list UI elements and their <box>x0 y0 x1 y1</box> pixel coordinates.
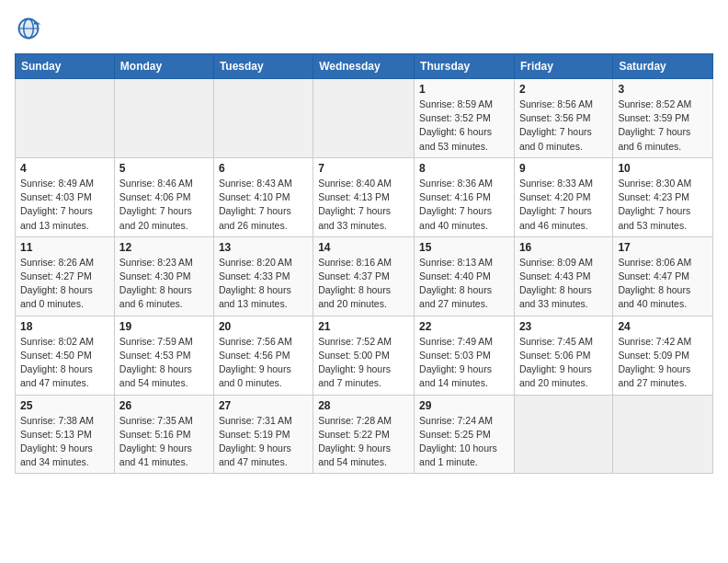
day-number: 28 <box>318 399 409 412</box>
day-number: 11 <box>20 241 109 254</box>
day-cell: 25Sunrise: 7:38 AMSunset: 5:13 PMDayligh… <box>16 395 115 474</box>
day-cell <box>514 395 612 474</box>
day-info: Sunrise: 8:43 AMSunset: 4:10 PMDaylight:… <box>219 177 308 233</box>
day-number: 9 <box>519 162 608 175</box>
day-cell: 27Sunrise: 7:31 AMSunset: 5:19 PMDayligh… <box>213 395 313 474</box>
day-number: 23 <box>519 320 608 333</box>
day-cell: 15Sunrise: 8:13 AMSunset: 4:40 PMDayligh… <box>415 236 515 316</box>
day-cell <box>16 79 115 158</box>
day-cell: 24Sunrise: 7:42 AMSunset: 5:09 PMDayligh… <box>613 316 713 395</box>
day-number: 4 <box>20 162 109 175</box>
day-info: Sunrise: 7:59 AMSunset: 4:53 PMDaylight:… <box>119 335 209 391</box>
day-info: Sunrise: 8:46 AMSunset: 4:06 PMDaylight:… <box>119 177 209 233</box>
day-info: Sunrise: 7:52 AMSunset: 5:00 PMDaylight:… <box>318 335 409 391</box>
day-info: Sunrise: 7:38 AMSunset: 5:13 PMDaylight:… <box>20 414 109 470</box>
day-info: Sunrise: 8:23 AMSunset: 4:30 PMDaylight:… <box>119 256 209 312</box>
day-cell: 19Sunrise: 7:59 AMSunset: 4:53 PMDayligh… <box>114 316 213 395</box>
page-header <box>15 15 713 42</box>
day-cell: 3Sunrise: 8:52 AMSunset: 3:59 PMDaylight… <box>613 79 713 158</box>
day-cell: 6Sunrise: 8:43 AMSunset: 4:10 PMDaylight… <box>213 157 313 236</box>
day-cell: 23Sunrise: 7:45 AMSunset: 5:06 PMDayligh… <box>514 316 612 395</box>
day-number: 29 <box>419 399 509 412</box>
calendar-header: SundayMondayTuesdayWednesdayThursdayFrid… <box>16 54 713 79</box>
day-number: 12 <box>119 241 209 254</box>
day-info: Sunrise: 8:26 AMSunset: 4:27 PMDaylight:… <box>20 256 109 312</box>
day-info: Sunrise: 7:56 AMSunset: 4:56 PMDaylight:… <box>219 335 308 391</box>
day-number: 5 <box>119 162 209 175</box>
day-number: 26 <box>119 399 209 412</box>
day-cell: 17Sunrise: 8:06 AMSunset: 4:47 PMDayligh… <box>613 236 713 316</box>
day-number: 14 <box>318 241 409 254</box>
day-number: 10 <box>618 162 708 175</box>
header-tuesday: Tuesday <box>213 54 313 79</box>
day-cell <box>213 79 313 158</box>
day-number: 21 <box>318 320 409 333</box>
day-number: 25 <box>20 399 109 412</box>
header-saturday: Saturday <box>613 54 713 79</box>
week-row-1: 4Sunrise: 8:49 AMSunset: 4:03 PMDaylight… <box>16 157 713 236</box>
day-cell <box>114 79 213 158</box>
day-cell: 28Sunrise: 7:28 AMSunset: 5:22 PMDayligh… <box>313 395 415 474</box>
header-thursday: Thursday <box>415 54 515 79</box>
day-cell: 1Sunrise: 8:59 AMSunset: 3:52 PMDaylight… <box>415 79 515 158</box>
header-row: SundayMondayTuesdayWednesdayThursdayFrid… <box>16 54 713 79</box>
day-info: Sunrise: 7:28 AMSunset: 5:22 PMDaylight:… <box>318 414 409 470</box>
day-info: Sunrise: 8:13 AMSunset: 4:40 PMDaylight:… <box>419 256 509 312</box>
header-sunday: Sunday <box>16 54 115 79</box>
day-info: Sunrise: 8:33 AMSunset: 4:20 PMDaylight:… <box>519 177 608 233</box>
day-info: Sunrise: 7:35 AMSunset: 5:16 PMDaylight:… <box>119 414 209 470</box>
calendar-table: SundayMondayTuesdayWednesdayThursdayFrid… <box>15 53 713 474</box>
day-number: 6 <box>219 162 308 175</box>
day-info: Sunrise: 8:30 AMSunset: 4:23 PMDaylight:… <box>618 177 708 233</box>
day-cell: 5Sunrise: 8:46 AMSunset: 4:06 PMDaylight… <box>114 157 213 236</box>
day-info: Sunrise: 7:24 AMSunset: 5:25 PMDaylight:… <box>419 414 509 470</box>
day-cell: 9Sunrise: 8:33 AMSunset: 4:20 PMDaylight… <box>514 157 612 236</box>
day-number: 15 <box>419 241 509 254</box>
day-number: 24 <box>618 320 708 333</box>
day-cell: 11Sunrise: 8:26 AMSunset: 4:27 PMDayligh… <box>16 236 115 316</box>
day-cell: 2Sunrise: 8:56 AMSunset: 3:56 PMDaylight… <box>514 79 612 158</box>
day-number: 2 <box>519 83 608 96</box>
week-row-2: 11Sunrise: 8:26 AMSunset: 4:27 PMDayligh… <box>16 236 713 316</box>
header-monday: Monday <box>114 54 213 79</box>
day-number: 16 <box>519 241 608 254</box>
day-info: Sunrise: 8:56 AMSunset: 3:56 PMDaylight:… <box>519 98 608 154</box>
day-info: Sunrise: 7:49 AMSunset: 5:03 PMDaylight:… <box>419 335 509 391</box>
day-number: 19 <box>119 320 209 333</box>
day-cell: 16Sunrise: 8:09 AMSunset: 4:43 PMDayligh… <box>514 236 612 316</box>
day-number: 22 <box>419 320 509 333</box>
day-number: 3 <box>618 83 708 96</box>
day-info: Sunrise: 8:16 AMSunset: 4:37 PMDaylight:… <box>318 256 409 312</box>
day-info: Sunrise: 8:40 AMSunset: 4:13 PMDaylight:… <box>318 177 409 233</box>
day-info: Sunrise: 8:52 AMSunset: 3:59 PMDaylight:… <box>618 98 708 154</box>
day-cell <box>613 395 713 474</box>
day-cell: 14Sunrise: 8:16 AMSunset: 4:37 PMDayligh… <box>313 236 415 316</box>
day-number: 8 <box>419 162 509 175</box>
day-cell: 29Sunrise: 7:24 AMSunset: 5:25 PMDayligh… <box>415 395 515 474</box>
day-number: 7 <box>318 162 409 175</box>
day-cell: 4Sunrise: 8:49 AMSunset: 4:03 PMDaylight… <box>16 157 115 236</box>
day-info: Sunrise: 8:20 AMSunset: 4:33 PMDaylight:… <box>219 256 308 312</box>
header-wednesday: Wednesday <box>313 54 415 79</box>
week-row-3: 18Sunrise: 8:02 AMSunset: 4:50 PMDayligh… <box>16 316 713 395</box>
day-cell: 13Sunrise: 8:20 AMSunset: 4:33 PMDayligh… <box>213 236 313 316</box>
day-cell: 20Sunrise: 7:56 AMSunset: 4:56 PMDayligh… <box>213 316 313 395</box>
day-cell: 10Sunrise: 8:30 AMSunset: 4:23 PMDayligh… <box>613 157 713 236</box>
day-cell: 12Sunrise: 8:23 AMSunset: 4:30 PMDayligh… <box>114 236 213 316</box>
day-cell: 21Sunrise: 7:52 AMSunset: 5:00 PMDayligh… <box>313 316 415 395</box>
day-cell: 7Sunrise: 8:40 AMSunset: 4:13 PMDaylight… <box>313 157 415 236</box>
day-number: 1 <box>419 83 509 96</box>
day-info: Sunrise: 8:09 AMSunset: 4:43 PMDaylight:… <box>519 256 608 312</box>
day-info: Sunrise: 8:36 AMSunset: 4:16 PMDaylight:… <box>419 177 509 233</box>
day-info: Sunrise: 8:02 AMSunset: 4:50 PMDaylight:… <box>20 335 109 391</box>
day-number: 20 <box>219 320 308 333</box>
week-row-4: 25Sunrise: 7:38 AMSunset: 5:13 PMDayligh… <box>16 395 713 474</box>
day-number: 13 <box>219 241 308 254</box>
day-number: 18 <box>20 320 109 333</box>
day-info: Sunrise: 7:31 AMSunset: 5:19 PMDaylight:… <box>219 414 308 470</box>
day-cell <box>313 79 415 158</box>
day-info: Sunrise: 8:49 AMSunset: 4:03 PMDaylight:… <box>20 177 109 233</box>
day-info: Sunrise: 8:59 AMSunset: 3:52 PMDaylight:… <box>419 98 509 154</box>
logo <box>15 15 46 42</box>
day-cell: 8Sunrise: 8:36 AMSunset: 4:16 PMDaylight… <box>415 157 515 236</box>
